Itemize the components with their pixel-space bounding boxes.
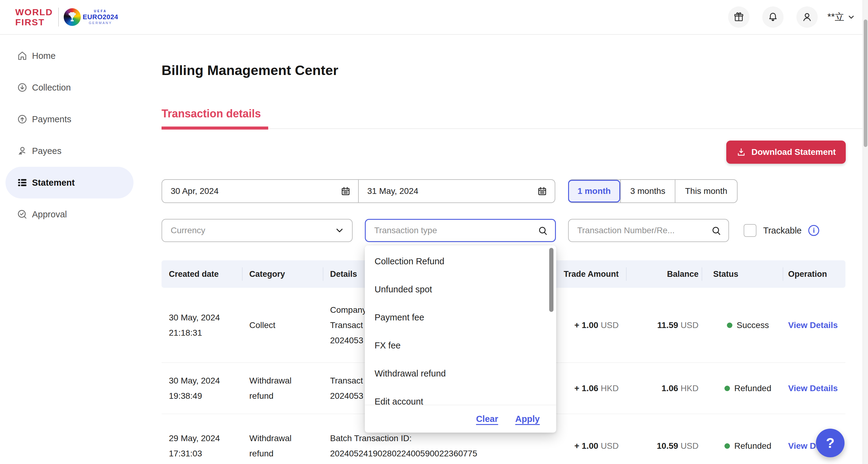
sidebar-item-statement[interactable]: Statement [5,167,133,198]
transaction-type-dropdown: Collection Refund Unfunded spot Payment … [365,245,556,433]
uefa-label: UEFA [83,10,118,13]
trackable-checkbox[interactable] [744,224,756,237]
sidebar-item-label: Approval [32,210,67,219]
bell-icon [768,11,778,23]
cell-operation: View Details [783,288,845,363]
date-from-field[interactable] [162,180,358,203]
cell-operation: View Details [783,363,845,414]
cell-created-date: 30 May, 2024 21:18:31 [161,288,242,363]
range-this-month-button[interactable]: This month [675,180,737,203]
sidebar-item-payees[interactable]: Payees [5,135,133,167]
page-scrollbar[interactable] [863,0,868,464]
download-icon [736,147,746,157]
cell-category: Withdrawal refund [242,363,323,414]
transaction-type-search[interactable] [365,219,556,242]
cell-status: Refunded [702,414,783,464]
dropdown-option-edit-account[interactable]: Edit account [365,388,556,405]
transaction-number-input[interactable] [577,226,711,235]
dropdown-footer: Clear Apply [365,405,556,433]
payees-icon [17,146,28,156]
column-header-operation: Operation [783,260,845,288]
cell-balance: 1.06 HKD [626,363,702,414]
date-to-field[interactable] [358,180,555,203]
status-dot [724,385,730,391]
currency-input[interactable] [171,226,334,235]
collection-icon [17,82,28,93]
euro2024-title: EURO2024 [83,14,118,21]
view-details-link[interactable]: View Details [788,381,845,396]
apply-button[interactable]: Apply [515,414,540,424]
account-button[interactable] [796,6,818,28]
brand-divider [58,8,59,27]
notifications-button[interactable] [762,6,783,28]
dropdown-option-payment-fee[interactable]: Payment fee [365,303,556,331]
sidebar-item-label: Collection [32,83,71,93]
sidebar-item-label: Home [32,51,56,61]
clear-button[interactable]: Clear [476,414,498,424]
calendar-icon[interactable] [340,186,351,196]
euro2024-wordmark: UEFA EURO2024 GERMANY [83,10,118,25]
transaction-number-search[interactable] [568,219,729,242]
column-header-balance: Balance [626,260,702,288]
cell-trade-amount: + 1.06 HKD [554,363,626,414]
cell-created-date: 30 May, 2024 19:38:49 [161,363,242,414]
tab-transaction-details[interactable]: Transaction details [161,107,261,120]
range-3-months-button[interactable]: 3 months [620,180,675,203]
info-icon[interactable]: i [808,225,819,236]
euro2024-subtitle: GERMANY [83,21,118,25]
sidebar-item-home[interactable]: Home [5,40,133,72]
status-badge: Refunded [734,438,771,454]
user-menu[interactable]: **立 [828,11,856,24]
rewards-button[interactable] [728,6,749,28]
transaction-type-input[interactable] [374,226,537,235]
logo-line2: FIRST [15,17,53,27]
dropdown-options-list: Collection Refund Unfunded spot Payment … [365,245,556,405]
status-dot [727,322,733,328]
page-title: Billing Management Center [161,62,338,79]
page-scrollbar-thumb[interactable] [864,20,867,147]
download-statement-label: Download Statement [751,147,836,157]
chevron-down-icon [847,12,856,22]
cell-balance: 10.59 USD [626,414,702,464]
help-button[interactable]: ? [816,429,844,457]
cell-category: Collect [242,288,323,363]
range-segmented-control: 1 month 3 months This month [568,179,738,203]
search-icon [711,225,721,236]
sidebar: Home Collection Payments Payees Statemen… [0,35,143,464]
brand-area: WORLD FIRST UEFA EURO2024 GERMANY [15,0,118,34]
dropdown-option-fx-fee[interactable]: FX fee [365,331,556,360]
dropdown-scrollbar[interactable] [549,248,554,312]
sidebar-item-label: Payees [32,146,62,156]
payments-icon [17,114,28,125]
logo-line1: WORLD [15,7,53,17]
column-header-created-date: Created date [161,260,242,288]
sidebar-item-label: Statement [32,178,75,188]
top-header: WORLD FIRST UEFA EURO2024 GERMANY [0,0,868,35]
currency-select[interactable] [161,219,352,242]
dropdown-option-collection-refund[interactable]: Collection Refund [365,247,556,275]
sidebar-item-collection[interactable]: Collection [5,72,133,103]
calendar-icon[interactable] [537,186,547,196]
cell-trade-amount: + 1.00 USD [554,288,626,363]
dropdown-option-unfunded-spot[interactable]: Unfunded spot [365,275,556,303]
cell-category: Withdrawal refund [242,414,323,464]
cell-balance: 11.59 USD [626,288,702,363]
range-1-month-button[interactable]: 1 month [568,180,620,203]
column-header-category: Category [242,260,323,288]
gift-icon [733,11,744,23]
search-icon [537,225,548,236]
sidebar-item-payments[interactable]: Payments [5,103,133,135]
date-to-input[interactable] [367,186,537,196]
dropdown-option-withdrawal-refund[interactable]: Withdrawal refund [365,360,556,388]
app-root: WORLD FIRST UEFA EURO2024 GERMANY [0,0,868,464]
cell-status: Success [702,288,783,363]
column-header-status: Status [702,260,783,288]
cell-created-date: 29 May, 2024 17:31:03 [161,414,242,464]
date-from-input[interactable] [171,186,340,196]
statement-icon [17,177,28,188]
status-badge: Success [737,318,769,333]
date-range-group [161,179,555,203]
view-details-link[interactable]: View Details [788,318,845,333]
download-statement-button[interactable]: Download Statement [726,141,846,164]
sidebar-item-approval[interactable]: Approval [5,198,133,230]
